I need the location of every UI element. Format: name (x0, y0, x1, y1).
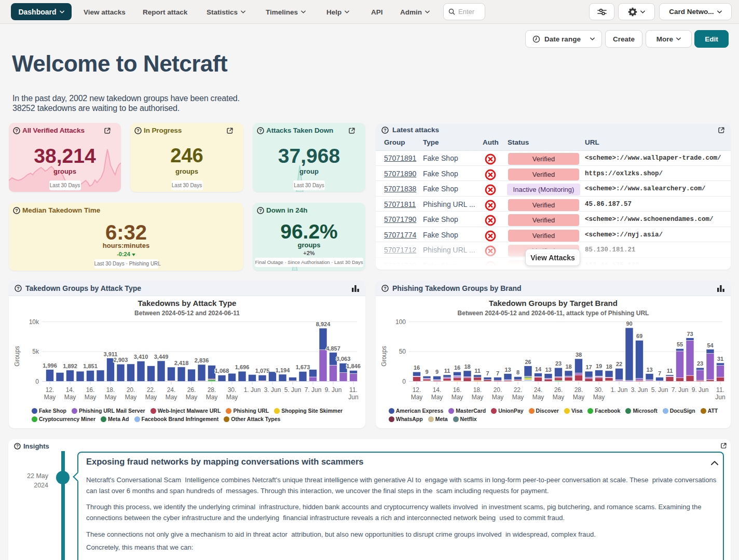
svg-text:20.: 20. (127, 386, 135, 394)
svg-text:1,851: 1,851 (83, 363, 98, 369)
svg-text:18: 18 (606, 363, 612, 370)
svg-text:0: 0 (402, 378, 406, 385)
svg-text:May: May (125, 394, 137, 401)
svg-text:69: 69 (636, 333, 642, 339)
svg-text:1. Jun: 1. Jun (244, 386, 261, 394)
svg-text:Takedown Groups by Target Bran: Takedown Groups by Target Brand (489, 299, 618, 307)
svg-text:17: 17 (585, 364, 592, 370)
svg-text:May: May (226, 394, 238, 401)
svg-text:16.: 16. (86, 386, 95, 394)
svg-text:28.: 28. (208, 386, 216, 394)
svg-text:May: May (206, 394, 218, 401)
svg-text:9. Jun: 9. Jun (692, 386, 709, 394)
svg-text:18: 18 (565, 363, 571, 370)
svg-text:1,068: 1,068 (215, 368, 229, 374)
svg-text:3,063: 3,063 (336, 356, 351, 362)
svg-text:May: May (411, 394, 423, 401)
svg-text:?: ? (15, 128, 18, 133)
svg-text:1,075: 1,075 (255, 368, 270, 374)
svg-text:May: May (64, 394, 76, 401)
svg-text:8: 8 (516, 369, 519, 375)
svg-text:May: May (85, 394, 97, 401)
svg-text:18: 18 (464, 363, 470, 370)
svg-text:Jun: Jun (715, 394, 725, 401)
svg-text:?: ? (16, 443, 19, 449)
svg-text:50: 50 (399, 348, 406, 355)
svg-text:May: May (512, 394, 524, 401)
svg-text:1,194: 1,194 (276, 367, 290, 373)
svg-text:7. Jun: 7. Jun (305, 386, 322, 394)
svg-text:22.: 22. (514, 386, 523, 394)
svg-text:23: 23 (697, 360, 703, 367)
svg-text:May: May (451, 394, 463, 401)
svg-text:20.: 20. (494, 386, 502, 394)
svg-text:11.: 11. (716, 386, 724, 394)
svg-text:3. Jun: 3. Jun (264, 386, 281, 394)
svg-text:30.: 30. (228, 386, 237, 394)
svg-text:38: 38 (576, 352, 582, 358)
svg-text:May: May (593, 394, 605, 401)
svg-text:2,418: 2,418 (174, 360, 189, 366)
svg-text:24.: 24. (167, 386, 176, 394)
svg-text:12.: 12. (413, 386, 421, 394)
svg-text:11.: 11. (349, 386, 358, 394)
svg-text:18.: 18. (473, 386, 482, 394)
svg-text:28.: 28. (574, 386, 583, 394)
svg-text:May: May (186, 394, 198, 401)
svg-text:13: 13 (504, 367, 511, 373)
svg-text:9. Jun: 9. Jun (325, 386, 342, 394)
svg-text:16: 16 (414, 365, 420, 371)
svg-text:1,892: 1,892 (63, 363, 77, 369)
svg-text:0: 0 (35, 378, 39, 385)
svg-text:19: 19 (596, 363, 602, 369)
svg-text:22: 22 (616, 361, 622, 367)
svg-text:May: May (532, 394, 544, 401)
svg-text:3,449: 3,449 (154, 354, 169, 360)
svg-text:8,924: 8,924 (316, 321, 331, 327)
svg-text:54: 54 (707, 342, 714, 348)
svg-text:1,996: 1,996 (43, 362, 57, 369)
svg-text:Jun: Jun (348, 394, 358, 401)
svg-text:24.: 24. (534, 386, 543, 394)
svg-text:2,903: 2,903 (114, 357, 128, 363)
svg-text:16.: 16. (453, 386, 462, 394)
svg-text:13: 13 (545, 367, 551, 373)
svg-text:?: ? (259, 128, 262, 133)
svg-text:2,836: 2,836 (195, 357, 209, 363)
svg-text:Groups: Groups (380, 346, 388, 366)
svg-text:5. Jun: 5. Jun (284, 386, 302, 394)
svg-text:May: May (472, 394, 484, 401)
svg-text:3,410: 3,410 (134, 354, 148, 360)
svg-text:3. Jun: 3. Jun (631, 386, 648, 394)
svg-text:1,846: 1,846 (346, 363, 361, 369)
svg-text:26.: 26. (554, 386, 563, 394)
svg-text:11: 11 (667, 368, 673, 374)
svg-text:11: 11 (474, 368, 481, 374)
svg-text:14: 14 (535, 366, 542, 372)
svg-text:Groups: Groups (13, 346, 21, 366)
svg-text:7: 7 (658, 370, 661, 376)
svg-text:May: May (553, 394, 565, 401)
svg-text:12.: 12. (46, 386, 54, 394)
svg-text:10k: 10k (29, 318, 39, 326)
svg-text:?: ? (259, 208, 262, 213)
svg-text:16: 16 (454, 365, 460, 371)
svg-text:Takedowns by Attack Type: Takedowns by Attack Type (138, 299, 237, 307)
svg-text:3,911: 3,911 (104, 351, 118, 357)
svg-text:26: 26 (525, 359, 531, 365)
svg-text:May: May (166, 394, 177, 401)
svg-text:100: 100 (395, 318, 406, 326)
svg-text:11: 11 (444, 368, 450, 374)
svg-text:Between 2024-05-12 and 2024-06: Between 2024-05-12 and 2024-06-11 (134, 310, 240, 317)
svg-text:May: May (431, 394, 443, 401)
svg-text:?: ? (15, 208, 18, 213)
svg-text:55: 55 (677, 341, 683, 347)
svg-text:7: 7 (496, 370, 499, 376)
svg-text:?: ? (136, 128, 139, 133)
svg-text:73: 73 (687, 331, 693, 337)
svg-text:9: 9 (425, 369, 428, 375)
svg-text:1,696: 1,696 (235, 364, 250, 370)
svg-text:May: May (44, 394, 56, 401)
svg-text:14.: 14. (433, 386, 442, 394)
svg-text:May: May (573, 394, 585, 401)
